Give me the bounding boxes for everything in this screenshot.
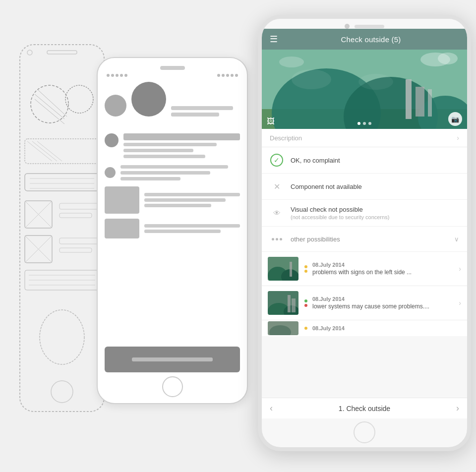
rp-expand-icon[interactable]: ∨ <box>454 236 459 243</box>
svg-rect-24 <box>60 238 99 244</box>
wf-item-rect-b2 <box>120 171 210 175</box>
svg-rect-38 <box>416 87 424 117</box>
rp-issue-2[interactable]: 08.July 2014 lower systems may cause som… <box>262 286 467 320</box>
svg-rect-48 <box>290 262 292 277</box>
rp-header: ☰ Check outside (5) <box>262 29 467 50</box>
rp-ok-icon: ✓ <box>270 153 284 167</box>
svg-rect-19 <box>60 203 99 209</box>
wf-speaker <box>160 66 185 70</box>
wf-item-rect-a4 <box>123 155 205 158</box>
wf-bottom-bar-line <box>132 357 213 361</box>
wf-item-rect-a2 <box>123 143 217 146</box>
check-circle-icon: ✓ <box>270 154 283 167</box>
rp-issue-3-indicator <box>304 327 307 330</box>
rp-speaker <box>355 25 384 28</box>
rp-issue-thumb-2 <box>268 291 298 315</box>
wf-item-text-1 <box>123 131 240 158</box>
dots-2 <box>276 238 278 240</box>
rp-visual-text: Visual check not possible (not accessibl… <box>291 206 459 220</box>
rp-status-other[interactable]: other possibilities ∨ <box>262 227 467 252</box>
rp-x-icon-container: ✕ <box>270 179 284 193</box>
rp-nav-dot-3[interactable] <box>368 122 371 125</box>
rp-next-button[interactable]: › <box>456 403 459 413</box>
wf-thumb-line-2 <box>144 198 226 202</box>
rp-gallery-icon[interactable]: 🖼 <box>267 117 275 126</box>
rp-nav-dot-2[interactable] <box>363 122 366 125</box>
rp-status-ok[interactable]: ✓ OK, no complaint <box>262 147 467 174</box>
wf-content <box>98 77 247 343</box>
rp-issue-list: 08.July 2014 problems with signs on the … <box>262 252 467 336</box>
svg-point-30 <box>40 310 84 364</box>
rp-issue-thumb-3 <box>268 321 298 335</box>
svg-line-10 <box>32 141 57 161</box>
wf-line-1 <box>171 106 233 110</box>
wf-item-rect-a1 <box>123 133 240 140</box>
scene: ☰ Check outside (5) <box>0 0 476 472</box>
wf-section-thumb <box>105 186 240 214</box>
rp-bottom-nav: ‹ 1. Check outside › <box>262 398 467 418</box>
wf-item-rect-a3 <box>123 149 193 152</box>
svg-point-7 <box>65 85 93 113</box>
svg-rect-53 <box>292 298 296 312</box>
wf-item-rect-b1 <box>120 165 228 169</box>
svg-point-40 <box>292 69 331 89</box>
rp-header-title: Check outside (5) <box>283 35 459 44</box>
svg-point-31 <box>51 381 73 403</box>
rp-issue-3[interactable]: 08.July 2014 <box>262 320 467 336</box>
svg-rect-8 <box>25 139 99 164</box>
wf-bottom-bar <box>105 347 240 372</box>
rp-description-row[interactable]: Description › <box>262 129 467 147</box>
rp-home-button[interactable] <box>354 421 375 443</box>
svg-point-43 <box>438 53 458 64</box>
rp-hero-nav <box>262 122 467 125</box>
svg-line-6 <box>37 89 67 117</box>
rp-description-chevron: › <box>457 134 459 142</box>
rp-nav-title: 1. Check outside <box>273 405 456 413</box>
wf-section-1 <box>105 131 240 158</box>
svg-point-44 <box>279 57 304 67</box>
wireframe-phone <box>97 57 248 404</box>
rp-camera-bar <box>262 19 467 29</box>
rp-status-unavailable[interactable]: ✕ Component not available <box>262 174 467 200</box>
svg-line-9 <box>27 141 52 161</box>
svg-line-11 <box>37 141 62 161</box>
wf-avatar-row <box>105 82 240 117</box>
rp-ok-label: OK, no complaint <box>291 157 459 164</box>
rp-camera-button[interactable]: 📷 <box>448 112 462 126</box>
wf-line-2 <box>171 113 219 117</box>
rp-issue-2-desc: lower systems may cause some problems...… <box>312 303 454 310</box>
rp-issue-1[interactable]: 08.July 2014 problems with signs on the … <box>262 252 467 286</box>
rp-issue-2-text: 08.July 2014 lower systems may cause som… <box>312 296 454 310</box>
menu-icon[interactable]: ☰ <box>270 34 278 45</box>
wf-thumb-line-3 <box>144 204 211 207</box>
wf-thumb-img-2 <box>105 219 139 238</box>
rp-status-list: ✓ OK, no complaint ✕ Component not avail… <box>262 147 467 252</box>
rp-status-visual[interactable]: 👁 Visual check not possible (not accessi… <box>262 200 467 227</box>
svg-line-4 <box>35 94 64 119</box>
sketch-phone <box>15 40 109 416</box>
rp-issue-1-indicator <box>304 265 307 273</box>
rp-issue-2-indicator <box>304 299 307 307</box>
wf-status-bar <box>98 70 247 77</box>
svg-rect-20 <box>60 213 92 218</box>
rp-issue-2-date: 08.July 2014 <box>312 296 454 302</box>
rp-unavailable-text: Component not available <box>291 183 459 190</box>
wf-thumb-img <box>105 186 139 214</box>
svg-point-41 <box>358 74 393 90</box>
dots-icon <box>272 238 282 240</box>
rp-camera-dot <box>345 24 350 29</box>
rp-issue-1-chevron: › <box>459 265 461 273</box>
dots-1 <box>272 238 274 240</box>
rp-issue-1-desc: problems with signs on the left side ... <box>312 269 454 276</box>
rp-nav-dot-1[interactable] <box>357 122 360 125</box>
rp-issue-thumb-1 <box>268 257 298 281</box>
svg-rect-37 <box>406 79 412 119</box>
rp-issue-2-chevron: › <box>459 299 461 307</box>
indicator-dot-2 <box>304 270 307 273</box>
rp-issue-1-date: 08.July 2014 <box>312 262 454 268</box>
svg-rect-52 <box>288 295 291 312</box>
indicator-dot-5 <box>304 327 307 330</box>
indicator-dot-3 <box>304 299 307 302</box>
wf-thumb-text <box>144 186 240 214</box>
wf-item-dot-2 <box>105 167 116 178</box>
